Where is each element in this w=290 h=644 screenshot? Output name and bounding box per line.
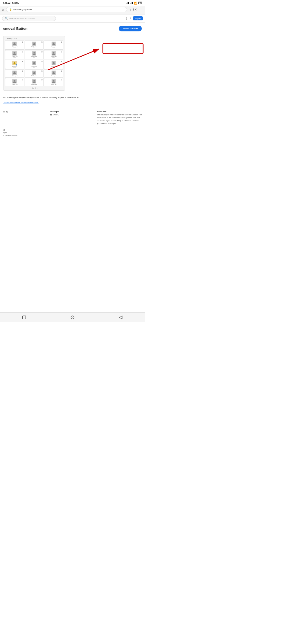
prev-page[interactable]: <: [30, 87, 31, 89]
url-bar[interactable]: 🔒 webstore.google.com: [6, 7, 127, 12]
friend-cell: × Roblox_test Offline: [25, 50, 44, 59]
remove-btn[interactable]: ×: [61, 41, 62, 43]
nav-home-button[interactable]: [68, 313, 77, 322]
friend-avatar: [12, 71, 17, 75]
friend-sub: Offline: [33, 67, 35, 68]
remove-btn[interactable]: ×: [61, 79, 62, 80]
webstore-actions: ⋮ ⁝ Sign in: [125, 16, 143, 20]
nav-back-button[interactable]: [116, 313, 126, 322]
svg-point-11: [53, 52, 54, 54]
friend-sub: Offline: [13, 57, 16, 58]
reviews-link[interactable]: . Learn more about results and reviews.: [3, 101, 39, 104]
remove-btn[interactable]: ×: [22, 61, 23, 62]
friend-avatar: [32, 51, 36, 56]
remove-btn[interactable]: ×: [61, 51, 62, 53]
offered-by-label: ed by: [3, 111, 48, 114]
friend-cell: × Roblox_pals Offline: [44, 60, 63, 69]
friend-avatar: [12, 42, 17, 46]
svg-marker-35: [119, 316, 122, 319]
remove-btn[interactable]: ×: [41, 79, 43, 80]
friend-cell: × Roblox_test: [25, 69, 44, 78]
more-options-icon[interactable]: ⋮: [125, 17, 128, 20]
friend-sub: Offline: [52, 57, 55, 58]
svg-point-33: [71, 316, 74, 319]
friend-name: Roblox_text: [51, 84, 56, 85]
friend-sub: Offline: [52, 47, 55, 49]
svg-point-9: [33, 52, 35, 54]
nav-stop-button[interactable]: [19, 313, 29, 322]
remove-btn[interactable]: ×: [22, 70, 23, 72]
friend-cell: × Roblox_text: [44, 78, 63, 86]
remove-btn[interactable]: ×: [41, 41, 43, 43]
kib-row: iB: [3, 129, 142, 131]
friend-cell: × Roblox_test: [5, 69, 24, 78]
remove-btn[interactable]: ×: [22, 41, 23, 43]
pagination-row: < 1 of 10 >: [5, 87, 63, 89]
friend-avatar: [12, 61, 17, 65]
svg-point-28: [53, 80, 54, 82]
lock-icon: 🔒: [9, 8, 12, 11]
friend-cell: × Roblox_pals Offline: [44, 50, 63, 59]
svg-point-20: [33, 72, 35, 73]
battery-icon: 49: [138, 2, 142, 4]
friend-avatar: [52, 61, 56, 65]
remove-btn[interactable]: ×: [41, 51, 43, 53]
email-icon: ✉: [50, 114, 52, 116]
friend-avatar: [12, 79, 17, 83]
svg-point-26: [33, 80, 35, 82]
remove-btn[interactable]: ×: [41, 70, 43, 72]
url-text: webstore.google.com: [13, 8, 32, 11]
webstore-search-bar: 🔍 Search extensions and themes ⋮ ⁝ Sign …: [0, 14, 145, 23]
friend-avatar: [32, 71, 36, 75]
stop-icon: [22, 315, 26, 320]
chevron-down-icon[interactable]: ⌄: [58, 114, 60, 116]
friend-name: Roblox_test: [12, 75, 17, 76]
remove-btn[interactable]: ×: [61, 70, 62, 72]
friend-avatar: [12, 51, 17, 56]
svg-point-24: [14, 80, 15, 82]
home-button[interactable]: ⌂: [2, 8, 4, 12]
ages-row: ages: [3, 132, 142, 134]
search-input-wrap[interactable]: 🔍 Search extensions and themes: [2, 16, 56, 21]
friend-name: Roblox_test: [12, 84, 17, 85]
remove-btn[interactable]: ×: [22, 79, 23, 80]
circle-icon: [70, 315, 75, 320]
friends-grid: × Roblox_test Offline × Roblox_test Offl…: [5, 41, 63, 86]
new-tab-button[interactable]: +: [129, 8, 131, 12]
remove-btn[interactable]: ×: [22, 51, 23, 53]
status-icons: 📶 49: [126, 2, 142, 5]
friend-cell: × Roblox_test Offline: [25, 41, 44, 50]
footer-extra: iB ages h (United States): [2, 127, 143, 139]
extension-title: emoval Button: [3, 27, 27, 31]
signal-icon-2: [130, 2, 133, 4]
svg-point-7: [14, 52, 15, 54]
language-value: h (United States): [3, 134, 17, 136]
add-to-chrome-button[interactable]: Add to Chrome: [119, 26, 142, 31]
friend-cell: × Roblox_test: [5, 78, 24, 86]
page-info: 1 of 10: [32, 87, 36, 89]
sign-in-button[interactable]: Sign in: [133, 16, 143, 20]
nontrader-text: This developer has not identified itself…: [97, 114, 142, 125]
svg-point-22: [53, 72, 54, 73]
browser-chrome: ⌂ 🔒 webstore.google.com + 3 ⋮: [0, 6, 145, 14]
friend-sub: Online: [13, 67, 16, 68]
developer-title: Developer: [50, 111, 95, 112]
remove-btn[interactable]: ×: [61, 61, 62, 62]
email-row: ✉ Email ⌄: [50, 114, 95, 116]
friend-cell: × Roblox_pals Offline: [44, 41, 63, 50]
signal-icon-1: [126, 2, 129, 4]
friend-cell: × Roblox_test Offline: [25, 60, 44, 69]
tab-count[interactable]: 3: [133, 8, 137, 11]
remove-btn[interactable]: ×: [41, 61, 43, 62]
friend-avatar: [52, 79, 56, 83]
friend-sub: Offline: [33, 47, 35, 49]
grid-icon[interactable]: ⁝: [130, 17, 131, 20]
friend-name: Roblox_test: [31, 75, 37, 76]
search-icon: 🔍: [5, 17, 8, 20]
more-button[interactable]: ⋮: [139, 8, 143, 11]
next-page[interactable]: >: [37, 87, 38, 89]
friend-cell: × Quicktimer Online: [5, 60, 24, 69]
footer-info: ed by Developer ✉ Email ⌄ Non-trader Thi…: [2, 106, 143, 127]
language-row: h (United States): [3, 134, 142, 136]
screenshot-preview: Friends | 170 ⊕ × Roblox_test Offline × …: [3, 36, 65, 91]
